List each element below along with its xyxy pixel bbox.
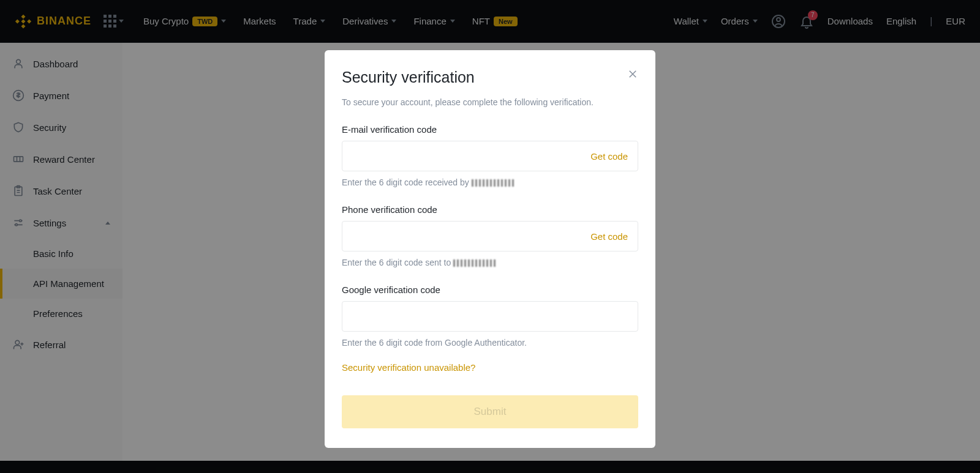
close-icon — [627, 69, 638, 80]
verification-unavailable-link[interactable]: Security verification unavailable? — [342, 362, 475, 373]
redacted-email — [472, 179, 514, 187]
google-code-group: Google verification code Enter the 6 dig… — [342, 285, 638, 348]
google-code-input-wrap — [342, 301, 638, 332]
email-get-code-button[interactable]: Get code — [590, 151, 628, 162]
phone-code-input[interactable] — [352, 231, 590, 242]
modal-overlay: Security verification To secure your acc… — [0, 0, 980, 473]
submit-button[interactable]: Submit — [342, 395, 638, 428]
modal-subtitle: To secure your account, please complete … — [342, 97, 638, 107]
email-code-input[interactable] — [352, 151, 590, 162]
hint-text: Enter the 6 digit code received by — [342, 177, 472, 187]
email-code-hint: Enter the 6 digit code received by — [342, 177, 638, 187]
security-verification-modal: Security verification To secure your acc… — [325, 50, 655, 448]
google-code-input[interactable] — [352, 311, 628, 322]
email-code-label: E-mail verification code — [342, 124, 638, 135]
close-button[interactable] — [627, 69, 638, 82]
modal-title: Security verification — [342, 69, 475, 86]
email-code-group: E-mail verification code Get code Enter … — [342, 124, 638, 187]
phone-code-input-wrap: Get code — [342, 221, 638, 251]
hint-text: Enter the 6 digit code sent to — [342, 258, 453, 267]
modal-header: Security verification — [342, 69, 638, 86]
redacted-phone — [453, 259, 496, 267]
phone-code-hint: Enter the 6 digit code sent to — [342, 258, 638, 267]
google-code-label: Google verification code — [342, 285, 638, 295]
email-code-input-wrap: Get code — [342, 141, 638, 171]
phone-get-code-button[interactable]: Get code — [590, 231, 628, 242]
phone-code-label: Phone verification code — [342, 204, 638, 215]
phone-code-group: Phone verification code Get code Enter t… — [342, 204, 638, 267]
google-code-hint: Enter the 6 digit code from Google Authe… — [342, 338, 638, 348]
